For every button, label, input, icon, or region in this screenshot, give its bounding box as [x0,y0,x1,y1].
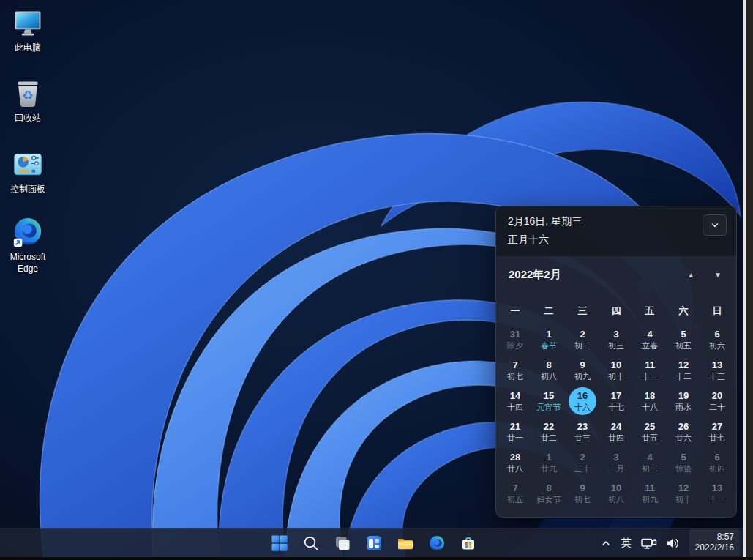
calendar-month-title[interactable]: 2022年2月 [509,268,561,282]
calendar-day-cell[interactable]: 11十一 [633,355,667,386]
edge-taskbar-button[interactable] [421,529,452,557]
calendar-day-cell[interactable]: 1春节 [532,324,566,355]
calendar-day-cell[interactable]: 10初八 [599,478,633,509]
ime-language-indicator[interactable]: 英 [621,537,632,550]
windows-start-icon [271,534,288,552]
search-icon [302,534,320,552]
screen-bottom-edge-border [0,557,753,560]
calendar-day-cell[interactable]: 7初七 [498,355,532,386]
tray-overflow-button[interactable] [600,537,612,549]
chevron-up-icon [600,537,612,549]
calendar-grid: 31除夕1春节2初二3初三4立春5初五6初六7初七8初八9初九10初十11十一1… [496,324,736,509]
microsoft-edge-icon [428,534,446,552]
windows-desktop: 此电脑 ♻ 回收站 [0,0,753,560]
weekday-label: 四 [599,305,633,318]
calendar-day-cell[interactable]: 14十四 [498,386,532,417]
start-button[interactable] [263,529,295,557]
weekday-label: 日 [700,305,734,318]
file-explorer-icon [397,534,414,552]
calendar-day-cell[interactable]: 9初七 [566,478,599,509]
widgets-button[interactable] [358,529,389,557]
calendar-prev-month-icon[interactable]: ▲ [687,271,694,279]
calendar-day-cell[interactable]: 2三十 [566,447,599,478]
calendar-day-cell[interactable]: 12十二 [667,355,700,386]
weekday-label: 三 [566,305,599,318]
desktop-icon-label: Microsoft Edge [3,252,53,275]
taskbar: 英 8:57 2022/2/ [0,528,753,557]
calendar-day-cell[interactable]: 13十一 [700,478,734,509]
ethernet-network-icon [641,537,657,550]
calendar-date-text: 2月16日, 星期三 [508,215,724,228]
speaker-icon [667,537,680,549]
calendar-day-cell[interactable]: 3二月 [599,447,633,478]
calendar-day-cell[interactable]: 27廿七 [700,417,734,447]
calendar-day-cell[interactable]: 5惊蛰 [667,447,700,478]
desktop-icon-label: 回收站 [15,113,41,124]
weekday-label: 六 [667,305,700,318]
widgets-icon [365,534,383,552]
volume-button[interactable] [667,537,680,549]
screen-right-edge-border [746,0,753,560]
calendar-day-cell[interactable]: 4立春 [633,324,667,355]
calendar-day-cell[interactable]: 3初三 [599,324,633,355]
desktop-icon-label: 控制面板 [10,184,45,195]
system-tray: 英 8:57 2022/2/ [600,529,740,557]
calendar-day-cell[interactable]: 8初八 [532,355,566,386]
desktop-icon-recycle-bin[interactable]: ♻ 回收站 [3,77,53,124]
calendar-day-cell[interactable]: 7初五 [498,478,532,509]
calendar-day-cell[interactable]: 1廿九 [532,447,566,478]
recycle-bin-icon: ♻ [11,77,45,111]
weekday-row: 一二三四五六日 [496,305,736,318]
calendar-day-cell[interactable]: 31除夕 [498,324,532,355]
calendar-header: 2月16日, 星期三 正月十六 [496,206,736,257]
calendar-day-cell[interactable]: 23廿三 [566,417,599,447]
control-panel-icon [11,148,45,182]
file-explorer-button[interactable] [389,529,421,557]
calendar-day-cell[interactable]: 12初十 [667,478,700,509]
calendar-day-cell[interactable]: 28廿八 [498,447,532,478]
calendar-day-cell[interactable]: 6初四 [700,447,734,478]
taskbar-clock[interactable]: 8:57 2022/2/16 [689,529,740,556]
calendar-day-cell-selected[interactable]: 16十六 [566,386,599,417]
task-view-button[interactable] [326,529,358,557]
desktop-icon-this-pc[interactable]: 此电脑 [3,7,53,54]
chevron-down-icon [710,220,720,231]
calendar-day-cell[interactable]: 22廿二 [532,417,566,447]
calendar-day-cell[interactable]: 25廿五 [633,417,667,447]
calendar-day-cell[interactable]: 21廿一 [498,417,532,447]
calendar-day-cell[interactable]: 8妇女节 [532,478,566,509]
desktop-icon-control-panel[interactable]: 控制面板 [3,148,53,195]
clock-time: 8:57 [695,531,734,542]
calendar-flyout: 2月16日, 星期三 正月十六 2022年2月 ▲ ▼ 一二三四五六日 31除夕… [495,206,737,518]
clock-date: 2022/2/16 [695,542,734,553]
this-pc-icon [11,7,45,40]
calendar-day-cell[interactable]: 17十七 [599,386,633,417]
calendar-day-cell[interactable]: 5初五 [667,324,700,355]
task-view-icon [334,534,351,552]
calendar-lunar-text: 正月十六 [508,234,724,247]
calendar-day-cell[interactable]: 13十三 [700,355,734,386]
calendar-next-month-icon[interactable]: ▼ [714,271,722,279]
calendar-collapse-button[interactable] [703,214,727,236]
calendar-day-cell[interactable]: 2初二 [566,324,599,355]
calendar-day-cell[interactable]: 4初二 [633,447,667,478]
desktop-icon-microsoft-edge[interactable]: Microsoft Edge [3,216,53,275]
calendar-day-cell[interactable]: 20二十 [700,386,734,417]
microsoft-store-icon [460,534,477,552]
desktop-icon-label: 此电脑 [15,42,41,54]
weekday-label: 二 [532,305,566,318]
calendar-day-cell[interactable]: 6初六 [700,324,734,355]
microsoft-store-button[interactable] [452,529,484,557]
calendar-day-cell[interactable]: 24廿四 [599,417,633,447]
network-button[interactable] [641,537,657,550]
calendar-day-cell[interactable]: 18十八 [633,386,667,417]
search-button[interactable] [295,529,326,557]
calendar-day-cell[interactable]: 10初十 [599,355,633,386]
calendar-day-cell[interactable]: 19雨水 [667,386,700,417]
calendar-day-cell[interactable]: 26廿六 [667,417,700,447]
calendar-day-cell[interactable]: 15元宵节 [532,386,566,417]
microsoft-edge-icon [11,216,45,250]
calendar-month-row: 2022年2月 ▲ ▼ [496,257,736,285]
calendar-day-cell[interactable]: 9初九 [566,355,599,386]
calendar-day-cell[interactable]: 11初九 [633,478,667,509]
